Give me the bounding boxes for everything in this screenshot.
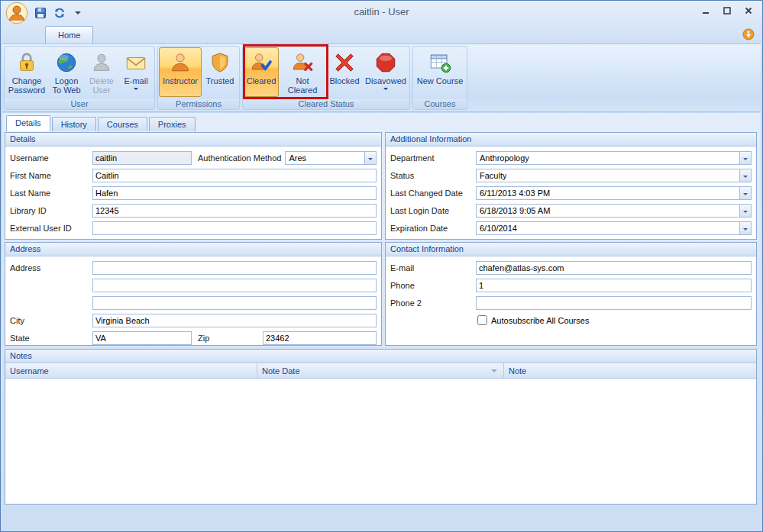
- user-check-icon: [250, 50, 273, 76]
- instructor-button[interactable]: Instructor: [159, 47, 202, 97]
- notes-groupbox-title: Notes: [5, 350, 756, 363]
- address-groupbox: Address Address City: [5, 242, 382, 346]
- phone2-input[interactable]: [476, 296, 752, 310]
- last-changed-date-picker[interactable]: 6/11/2013 4:03 PM: [476, 186, 752, 200]
- notes-grid-header: Username Note Date Note: [5, 363, 756, 379]
- delete-user-label: Delete User: [86, 76, 117, 95]
- dropdown-arrow-icon[interactable]: [739, 169, 751, 182]
- zip-input[interactable]: [263, 331, 377, 345]
- phone-label: Phone: [390, 281, 476, 290]
- last-changed-date-label: Last Changed Date: [390, 189, 476, 198]
- tab-history[interactable]: History: [52, 117, 96, 131]
- last-name-input[interactable]: [92, 186, 377, 200]
- phone2-label: Phone 2: [390, 298, 476, 308]
- contact-email-label: E-mail: [390, 263, 476, 272]
- last-login-date-value: 6/18/2013 9:05 AM: [480, 206, 550, 215]
- last-login-date-picker[interactable]: 6/18/2013 9:05 AM: [476, 204, 752, 218]
- library-id-input[interactable]: [92, 204, 377, 218]
- autosubscribe-label: Autosubscribe All Courses: [491, 316, 589, 325]
- ribbon-group-permissions-label: Permissions: [158, 98, 239, 109]
- state-input[interactable]: [92, 331, 192, 345]
- expiration-date-value: 6/10/2014: [480, 224, 517, 233]
- city-label: City: [10, 316, 92, 325]
- address-line3-input[interactable]: [92, 296, 377, 310]
- address-label: Address: [10, 263, 92, 272]
- ribbon-tab-home[interactable]: Home: [45, 26, 93, 44]
- change-password-button[interactable]: Change Password: [5, 47, 48, 97]
- zip-label: Zip: [192, 334, 263, 343]
- help-icon[interactable]: [742, 28, 755, 40]
- contact-email-input[interactable]: [476, 261, 752, 275]
- address-line1-input[interactable]: [92, 261, 377, 275]
- tab-courses[interactable]: Courses: [98, 117, 147, 131]
- contact-info-groupbox: Contact Information E-mail Phone Phone 2: [385, 242, 757, 346]
- window-title: caitlin - User: [1, 6, 762, 18]
- first-name-input[interactable]: [92, 169, 377, 182]
- ribbon-tab-row: Home: [1, 24, 762, 44]
- notes-grid-body[interactable]: [5, 379, 756, 504]
- new-course-button[interactable]: New Course: [414, 47, 466, 97]
- dropdown-arrow-icon[interactable]: [739, 205, 751, 217]
- address-groupbox-title: Address: [5, 243, 381, 256]
- not-cleared-label: Not Cleared: [280, 76, 325, 95]
- cleared-button[interactable]: Cleared: [244, 47, 279, 97]
- username-input[interactable]: [92, 151, 192, 165]
- dropdown-arrow-icon[interactable]: [739, 187, 751, 199]
- delete-user-icon: [90, 50, 113, 76]
- email-button[interactable]: E-mail: [118, 47, 154, 97]
- city-input[interactable]: [92, 314, 377, 327]
- library-id-label: Library ID: [10, 206, 92, 215]
- state-label: State: [10, 334, 92, 343]
- dropdown-arrow-icon[interactable]: [739, 152, 751, 164]
- email-icon: [124, 50, 147, 76]
- ribbon-group-permissions: Instructor Trusted Permissions: [157, 46, 240, 110]
- details-groupbox-title: Details: [5, 133, 381, 147]
- tab-details[interactable]: Details: [6, 115, 50, 131]
- user-x-icon: [291, 50, 314, 76]
- status-select[interactable]: Faculty: [476, 169, 752, 182]
- title-bar: caitlin - User: [1, 1, 762, 24]
- last-changed-date-value: 6/11/2013 4:03 PM: [480, 189, 550, 198]
- blocked-label: Blocked: [329, 76, 359, 85]
- last-name-label: Last Name: [10, 189, 92, 198]
- department-select[interactable]: Anthropology: [476, 151, 752, 165]
- email-dropdown-icon: [134, 88, 138, 92]
- app-window: caitlin - User Home Change Password Logo…: [0, 0, 763, 532]
- logon-to-web-button[interactable]: Logon To Web: [48, 47, 85, 97]
- dropdown-arrow-icon[interactable]: [739, 222, 751, 234]
- red-x-icon: [333, 50, 356, 76]
- external-user-id-input[interactable]: [92, 221, 377, 235]
- dropdown-arrow-icon[interactable]: [364, 152, 376, 164]
- notes-col-username[interactable]: Username: [5, 363, 257, 378]
- status-value: Faculty: [480, 171, 506, 180]
- username-label: Username: [10, 153, 92, 163]
- close-button[interactable]: [742, 5, 755, 16]
- ribbon-group-courses-label: Courses: [413, 98, 467, 109]
- delete-user-button[interactable]: Delete User: [85, 47, 118, 97]
- globe-icon: [55, 50, 78, 76]
- notes-col-note[interactable]: Note: [504, 363, 756, 378]
- phone-input[interactable]: [476, 279, 752, 292]
- maximize-button[interactable]: [721, 5, 733, 16]
- auth-method-label: Authentication Method: [192, 153, 285, 163]
- details-page: Details Username Authentication Method A…: [2, 132, 761, 530]
- minimize-button[interactable]: [700, 5, 712, 16]
- new-course-label: New Course: [417, 76, 464, 85]
- address-line2-input[interactable]: [92, 279, 377, 292]
- disavowed-dropdown-icon: [383, 88, 388, 92]
- notes-col-note-date[interactable]: Note Date: [257, 363, 504, 378]
- disavowed-button[interactable]: Disavowed: [363, 47, 409, 97]
- autosubscribe-checkbox[interactable]: [477, 315, 487, 325]
- auth-method-select[interactable]: Ares: [285, 151, 377, 165]
- blocked-button[interactable]: Blocked: [326, 47, 363, 97]
- notes-groupbox: Notes Username Note Date Note: [5, 349, 757, 505]
- tab-proxies[interactable]: Proxies: [149, 117, 196, 131]
- ribbon-group-courses: New Course Courses: [412, 46, 467, 110]
- trusted-button[interactable]: Trusted: [202, 47, 238, 97]
- page-body: Details History Courses Proxies Details …: [2, 113, 761, 530]
- not-cleared-button[interactable]: Not Cleared: [279, 47, 326, 97]
- expiration-date-picker[interactable]: 6/10/2014: [476, 221, 752, 235]
- additional-info-title: Additional Information: [386, 133, 756, 147]
- notes-col-note-label: Note: [509, 366, 526, 376]
- trusted-label: Trusted: [206, 76, 234, 85]
